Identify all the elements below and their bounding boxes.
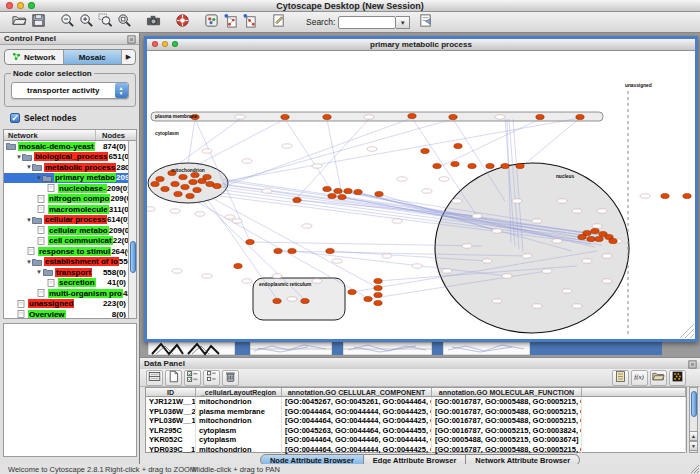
annotation-tools-button[interactable] [240, 13, 259, 31]
table-cell[interactable]: YDR039C__1 [146, 445, 196, 455]
tree-row-primary-metabo[interactable]: ▼primary metabo209(... [4, 173, 136, 184]
tree-row-nitrogen-compo[interactable]: nitrogen compo209(0) [4, 194, 136, 205]
table-cell[interactable]: [GO:0016787, GO:0005488, GO:0005215, G..… [432, 445, 582, 455]
graph-node[interactable] [323, 114, 331, 119]
table-cell[interactable]: [GO:0045267, GO:0045261, GO:0044464, G..… [282, 397, 432, 407]
tab-mosaic[interactable]: Mosaic [64, 50, 123, 64]
graph-node[interactable] [375, 191, 383, 196]
table-cell[interactable]: plasma membrane [196, 407, 282, 417]
node-color-dropdown[interactable]: transporter activity ▲▼ [11, 82, 129, 99]
graph-node[interactable] [486, 163, 494, 168]
graph-node[interactable] [171, 181, 179, 186]
tree-row-cellular-process[interactable]: ▼cellular process614(0) [4, 215, 136, 226]
table-cell[interactable]: [GO:0016787, GO:0005488, GO:0005215, G..… [432, 416, 582, 426]
table-cell[interactable]: cytoplasm [196, 435, 282, 445]
tree-row-nucleobase[interactable]: nucleobase-209(0) [4, 183, 136, 194]
graph-node[interactable] [326, 248, 334, 253]
table-cell[interactable]: [GO:0005488, GO:0005215, GO:0003674] [432, 435, 582, 445]
network-window-titlebar[interactable]: primary metabolic process [147, 39, 695, 51]
graph-node[interactable] [161, 186, 169, 191]
graph-node[interactable] [468, 163, 476, 168]
table-row-ypl036w-1[interactable]: YPL036W__1mitochondrion[GO:0044464, GO:0… [146, 416, 686, 426]
function-builder-button[interactable]: f(x) [631, 370, 648, 386]
help-lifering-button[interactable] [173, 13, 192, 31]
graph-node[interactable] [454, 143, 462, 148]
graph-node[interactable] [348, 289, 356, 294]
advanced-search-button[interactable] [416, 13, 435, 31]
column-header-id[interactable]: ID [146, 388, 196, 396]
tab-network[interactable]: Network [5, 50, 64, 64]
split-view-button[interactable] [146, 370, 163, 386]
table-row-yjr121w-1[interactable]: YJR121W__1mitochondrion[GO:0045267, GO:0… [146, 397, 686, 407]
tree-row-response-to-stimul[interactable]: response to stimul264(0) [4, 246, 136, 257]
graph-node[interactable] [246, 239, 254, 244]
table-row-ykr052c[interactable]: YKR052Ccytoplasm[GO:0044464, GO:0044446,… [146, 435, 686, 445]
column-header-spacer[interactable] [582, 388, 686, 396]
graph-node[interactable] [288, 248, 296, 253]
tree-row-overview[interactable]: Overview8(0) [4, 309, 136, 319]
new-attribute-button[interactable] [165, 370, 182, 386]
tree-column-network[interactable]: Network [4, 130, 95, 140]
graph-node[interactable] [408, 113, 416, 118]
tree-row-transport[interactable]: ▼transport558(0) [4, 267, 136, 278]
graph-node[interactable] [576, 114, 584, 119]
float-panel-icon[interactable] [688, 360, 697, 369]
tree-row-mosaic-demo-yeast[interactable]: mosaic-demo-yeast874(0) [4, 141, 136, 152]
table-cell[interactable]: [GO:0016787, GO:0005488, GO:0005215, G..… [432, 397, 582, 407]
graph-node[interactable] [374, 278, 382, 283]
notes-button[interactable] [612, 370, 629, 386]
table-cell[interactable]: mitochondrion [196, 416, 282, 426]
scroll-down-button[interactable]: ▼ [689, 441, 698, 451]
table-cell[interactable]: [GO:0044464, GO:0044444, GO:0044425, G..… [282, 416, 432, 426]
tree-row-macromolecule[interactable]: macromolecule311(0) [4, 204, 136, 215]
graph-node[interactable] [374, 285, 382, 290]
graph-node[interactable] [189, 179, 197, 184]
table-scrollbar-thumb[interactable] [691, 391, 697, 417]
table-cell[interactable]: mitochondrion [196, 445, 282, 455]
window-resize-grip[interactable] [685, 329, 694, 338]
tab-overflow-button[interactable]: ▶ [122, 50, 135, 64]
graph-node[interactable] [213, 183, 221, 188]
graph-node[interactable] [344, 188, 352, 193]
graph-node[interactable] [281, 114, 289, 119]
column-header-cellularlayoutregion[interactable]: _cellularLayoutRegion [196, 388, 282, 396]
tree-row-biological-process[interactable]: ▼biological_process651(0) [4, 152, 136, 163]
graph-node[interactable] [334, 188, 342, 193]
table-row-ypl036w-2[interactable]: YPL036W__2plasma membrane[GO:0044464, GO… [146, 407, 686, 417]
table-cell[interactable]: YPL036W__1 [146, 416, 196, 426]
tree-row-multi-organism-pro[interactable]: multi-organism pro42(0) [4, 288, 136, 299]
column-header-annotation-go-molecular-function[interactable]: annotation.GO MOLECULAR_FUNCTION [432, 388, 582, 396]
app-titlebar[interactable]: Cytoscape Desktop (New Session) [0, 0, 700, 12]
zoom-in-button[interactable] [77, 13, 96, 31]
graph-node[interactable] [234, 263, 242, 268]
graph-node[interactable] [179, 174, 187, 179]
float-panel-icon[interactable] [127, 35, 136, 44]
graph-node[interactable] [433, 163, 441, 168]
table-cell[interactable] [582, 435, 686, 445]
graph-node[interactable] [591, 228, 599, 233]
snapshot-camera-button[interactable] [144, 13, 163, 31]
scroll-up-button[interactable]: ▲ [689, 431, 698, 441]
graph-node[interactable] [156, 176, 164, 181]
resize-grip[interactable] [690, 464, 699, 473]
annotation-palette-button[interactable] [221, 13, 240, 31]
graph-node[interactable] [516, 163, 524, 168]
unselect-attributes-button[interactable] [203, 370, 220, 386]
graph-node[interactable] [273, 298, 281, 303]
graph-node[interactable] [595, 236, 603, 241]
layout-tool-button[interactable] [269, 13, 288, 31]
table-cell[interactable]: cytoplasm [196, 426, 282, 436]
matrix-view-button[interactable] [669, 370, 686, 386]
expand-arrow-icon[interactable]: ▼ [36, 267, 43, 277]
tree-row-secretion[interactable]: secretion41(0) [4, 278, 136, 289]
tree-column-nodes[interactable]: Nodes [95, 130, 136, 140]
graph-node[interactable] [374, 300, 382, 305]
search-dropdown-button[interactable]: ▼ [396, 16, 410, 29]
table-row-ylr295c[interactable]: YLR295Ccytoplasm[GO:0045263, GO:0044464,… [146, 426, 686, 436]
table-cell[interactable] [582, 445, 686, 455]
graph-node[interactable] [578, 234, 586, 239]
search-input[interactable] [338, 16, 396, 29]
zoom-selected-button[interactable] [96, 13, 115, 31]
graph-node[interactable] [364, 296, 372, 301]
table-cell[interactable]: [GO:0016787, GO:0005215, GO:0003824, G..… [432, 426, 582, 436]
